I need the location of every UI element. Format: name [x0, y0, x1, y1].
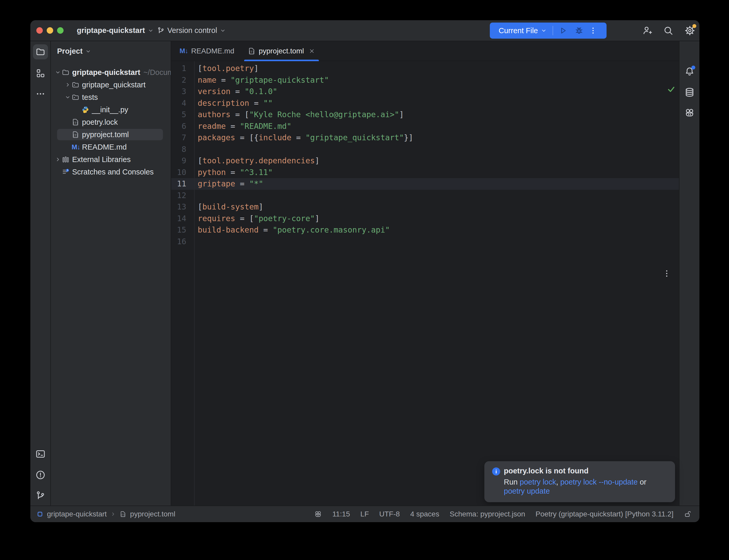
structure-tool-window-button[interactable] — [36, 68, 45, 78]
module-square-icon — [37, 511, 43, 517]
info-icon: i — [492, 467, 500, 475]
tree-item-tests[interactable]: tests — [51, 91, 171, 103]
toml-file-icon: [T] — [72, 118, 81, 126]
breadcrumb[interactable]: griptape-quickstart — [47, 510, 107, 518]
git-tool-window-button[interactable] — [35, 491, 46, 501]
settings-notification-badge — [692, 24, 696, 28]
code-line-3: 3version = "0.1.0" — [171, 86, 679, 97]
svg-text:[T]: [T] — [121, 513, 125, 516]
line-number[interactable]: 14 — [171, 213, 186, 225]
close-tab-icon[interactable] — [308, 48, 315, 54]
toml-file-icon: [T] — [248, 47, 255, 55]
folder-icon — [62, 68, 72, 76]
tree-item--init-py[interactable]: __init__.py — [51, 103, 171, 116]
code-line-9: 9[tool.poetry.dependencies] — [171, 155, 679, 167]
tree-item-pyproject-toml[interactable]: [T]pyproject.toml — [51, 128, 171, 141]
status-item-schema-pyproject-json[interactable]: Schema: pyproject.json — [450, 510, 525, 518]
status-widgets: 11:15LFUTF-84 spacesSchema: pyproject.js… — [314, 510, 692, 518]
notifications-button[interactable] — [684, 66, 695, 76]
line-number[interactable]: 16 — [171, 236, 186, 248]
ai-assistant-tool-window-button[interactable] — [684, 108, 695, 118]
chevron-right-icon[interactable] — [64, 82, 72, 88]
tree-item-external-libraries[interactable]: External Libraries — [51, 153, 171, 166]
editor-tab-bar: M↓README.md[T]pyproject.toml — [171, 41, 679, 61]
tree-item-label: griptape_quickstart — [82, 81, 145, 89]
chevron-down-icon — [541, 27, 547, 34]
chevron-right-icon[interactable] — [54, 156, 62, 163]
tree-item-griptape-quickstart[interactable]: griptape-quickstart~/Docume — [51, 66, 171, 79]
chevron-down-icon[interactable] — [54, 69, 62, 75]
python-icon — [81, 106, 91, 114]
run-button[interactable] — [558, 26, 568, 35]
tree-item-readme-md[interactable]: M↓README.md — [51, 141, 171, 153]
tree-item-label: Scratches and Consoles — [72, 168, 154, 176]
line-number[interactable]: 5 — [171, 109, 186, 121]
minimize-window-button[interactable] — [47, 27, 53, 34]
line-number[interactable]: 3 — [171, 86, 186, 97]
line-number[interactable]: 11 — [171, 178, 186, 190]
project-panel-header[interactable]: Project — [57, 47, 91, 55]
line-number[interactable]: 12 — [171, 190, 186, 201]
tree-item-label: pyproject.toml — [82, 130, 129, 139]
close-window-button[interactable] — [36, 27, 43, 34]
line-number[interactable]: 8 — [171, 144, 186, 155]
code-line-2: 2name = "griptape-quickstart" — [171, 74, 679, 86]
project-selector[interactable]: griptape-quickstart — [77, 20, 154, 41]
markdown-icon: M↓ — [72, 143, 81, 151]
line-number[interactable]: 6 — [171, 121, 186, 132]
status-item-4-spaces[interactable]: 4 spaces — [410, 510, 439, 518]
problems-tool-window-button[interactable] — [35, 470, 46, 480]
project-selector-label: griptape-quickstart — [77, 26, 145, 35]
editor-tab-readme-md[interactable]: M↓README.md — [173, 41, 241, 61]
settings-button[interactable] — [684, 25, 695, 36]
tree-item-label: poetry.lock — [82, 118, 118, 127]
left-tool-strip — [30, 41, 51, 506]
line-number[interactable]: 13 — [171, 201, 186, 213]
debug-button[interactable] — [574, 26, 584, 35]
tree-item-griptape-quickstart[interactable]: griptape_quickstart — [51, 79, 171, 91]
breadcrumb[interactable]: pyproject.toml — [130, 510, 175, 518]
line-number[interactable]: 7 — [171, 132, 186, 144]
tree-item-label: __init__.py — [92, 106, 128, 114]
ai-assistant-icon[interactable] — [314, 510, 322, 518]
unlock-icon[interactable] — [684, 510, 692, 518]
vcs-selector-label: Version control — [167, 26, 217, 35]
tree-item-poetry-lock[interactable]: [T]poetry.lock — [51, 116, 171, 128]
database-tool-window-button[interactable] — [684, 87, 695, 97]
notification-link[interactable]: poetry lock — [520, 478, 556, 486]
line-number[interactable]: 1 — [171, 63, 186, 74]
notification-link[interactable]: poetry lock --no-update — [560, 478, 638, 486]
status-item-poetry-griptape-quickstart-python-3-11-2-[interactable]: Poetry (griptape-quickstart) [Python 3.1… — [536, 510, 674, 518]
svg-text:[T]: [T] — [73, 134, 78, 137]
tree-item-scratches-and-consoles[interactable]: Scratches and Consoles — [51, 166, 171, 178]
code-line-text: griptape = "*" — [198, 178, 263, 190]
status-item-11-15[interactable]: 11:15 — [332, 510, 350, 518]
line-number[interactable]: 10 — [171, 167, 186, 178]
notification-balloon: i poetry.lock is not found Run poetry lo… — [484, 461, 675, 502]
line-number[interactable]: 15 — [171, 224, 186, 236]
status-item-lf[interactable]: LF — [360, 510, 369, 518]
vcs-selector[interactable]: Version control — [157, 20, 226, 41]
code-line-1: 1[tool.poetry] — [171, 63, 679, 74]
status-item-utf-8[interactable]: UTF-8 — [379, 510, 400, 518]
add-user-button[interactable] — [642, 25, 652, 36]
chevron-down-icon[interactable] — [64, 94, 72, 100]
titlebar: griptape-quickstart Version control Curr… — [30, 20, 699, 41]
line-number[interactable]: 2 — [171, 74, 186, 86]
line-number[interactable]: 4 — [171, 97, 186, 109]
run-configuration-widget[interactable]: Current File — [490, 23, 607, 39]
more-run-options-button[interactable] — [589, 26, 597, 35]
project-tool-window-button[interactable] — [33, 44, 48, 59]
run-config-label: Current File — [499, 26, 538, 35]
search-everywhere-button[interactable] — [663, 25, 674, 36]
code-editor[interactable]: 1[tool.poetry]2name = "griptape-quicksta… — [171, 61, 679, 506]
notification-link[interactable]: poetry update — [504, 487, 550, 495]
notification-text: or — [638, 478, 647, 486]
editor-tab-pyproject-toml[interactable]: [T]pyproject.toml — [241, 41, 322, 61]
editor-area: M↓README.md[T]pyproject.toml 1[tool.poet… — [171, 41, 679, 506]
more-tool-windows-button[interactable] — [36, 89, 45, 99]
terminal-tool-window-button[interactable] — [35, 449, 46, 459]
notification-body: Run poetry lock, poetry lock --no-update… — [504, 478, 667, 496]
line-number[interactable]: 9 — [171, 155, 186, 167]
zoom-window-button[interactable] — [57, 27, 64, 34]
